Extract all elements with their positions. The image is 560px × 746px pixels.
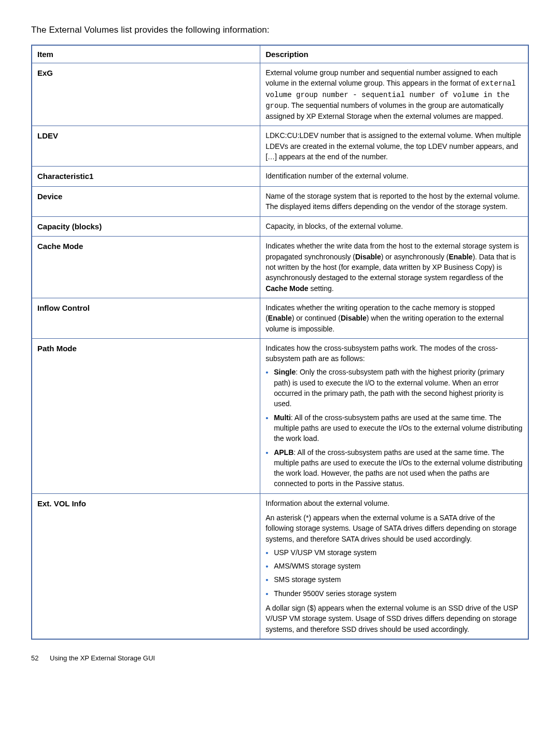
- table-row: LDEV LDKC:CU:LDEV number that is assigne…: [32, 126, 528, 167]
- path-mode-lead: Indicates how the cross-subsystem paths …: [265, 343, 523, 364]
- table-row: Inflow Control Indicates whether the wri…: [32, 298, 528, 338]
- list-item: Single: Only the cross-subsystem path wi…: [265, 367, 523, 409]
- item-device: Device: [32, 187, 260, 217]
- desc-ext-vol-info: Information about the external volume. A…: [260, 493, 528, 639]
- list-item: APLB: All of the cross-subsystem paths a…: [265, 447, 523, 489]
- page-footer: 52 Using the XP External Storage GUI: [31, 654, 529, 662]
- bold: Disable: [341, 314, 367, 322]
- bold: Disable: [355, 253, 381, 261]
- item-exg: ExG: [32, 63, 260, 126]
- table-header-row: Item Description: [32, 45, 528, 63]
- desc-exg: External volume group number and sequent…: [260, 63, 528, 126]
- text: : Only the cross-subsystem path with the…: [274, 368, 504, 408]
- bold: Single: [274, 368, 296, 376]
- intro-text: The External Volumes list provides the f…: [31, 25, 529, 35]
- item-characteristic1: Characteristic1: [32, 167, 260, 187]
- table-row: Cache Mode Indicates whether the write d…: [32, 237, 528, 298]
- ext-p1: Information about the external volume.: [265, 498, 523, 508]
- bold: APLB: [274, 448, 293, 457]
- list-item: AMS/WMS storage system: [265, 561, 523, 571]
- external-volumes-table: Item Description ExG External volume gro…: [31, 45, 529, 640]
- text: : All of the cross-subsystem paths are u…: [274, 448, 522, 488]
- desc-capacity: Capacity, in blocks, of the external vol…: [260, 216, 528, 237]
- item-capacity: Capacity (blocks): [32, 216, 260, 237]
- ext-list: USP V/USP VM storage system AMS/WMS stor…: [265, 547, 523, 599]
- desc-path-mode: Indicates how the cross-subsystem paths …: [260, 338, 528, 493]
- list-item: Multi: All of the cross-subsystem paths …: [265, 412, 523, 444]
- item-inflow-control: Inflow Control: [32, 298, 260, 338]
- desc-inflow-control: Indicates whether the writing operation …: [260, 298, 528, 338]
- page-number: 52: [31, 654, 38, 662]
- text: External volume group number and sequent…: [265, 68, 498, 87]
- ext-p2: An asterisk (*) appears when the externa…: [265, 513, 523, 544]
- list-item: SMS storage system: [265, 574, 523, 585]
- bold: Enable: [268, 314, 292, 322]
- desc-cache-mode: Indicates whether the write data from th…: [260, 237, 528, 298]
- ext-p3: A dollar sign ($) appears when the exter…: [265, 603, 523, 634]
- item-ldev: LDEV: [32, 126, 260, 167]
- header-description: Description: [260, 45, 528, 63]
- desc-ldev: LDKC:CU:LDEV number that is assigned to …: [260, 126, 528, 167]
- table-row: Ext. VOL Info Information about the exte…: [32, 493, 528, 639]
- path-mode-list: Single: Only the cross-subsystem path wi…: [265, 367, 523, 489]
- table-row: Characteristic1 Identification number of…: [32, 167, 528, 187]
- table-row: Capacity (blocks) Capacity, in blocks, o…: [32, 216, 528, 237]
- item-path-mode: Path Mode: [32, 338, 260, 493]
- text: ) or continued (: [292, 314, 341, 322]
- text: : All of the cross-subsystem paths are u…: [274, 413, 522, 443]
- section-title: Using the XP External Storage GUI: [50, 654, 155, 662]
- table-row: Path Mode Indicates how the cross-subsys…: [32, 338, 528, 493]
- list-item: Thunder 9500V series storage system: [265, 588, 523, 599]
- desc-characteristic1: Identification number of the external vo…: [260, 167, 528, 187]
- bold: Cache Mode: [265, 284, 308, 293]
- desc-device: Name of the storage system that is repor…: [260, 187, 528, 217]
- list-item: USP V/USP VM storage system: [265, 547, 523, 558]
- bold: Multi: [274, 413, 291, 422]
- item-cache-mode: Cache Mode: [32, 237, 260, 298]
- text: . The sequential numbers of volumes in t…: [265, 101, 503, 120]
- table-row: Device Name of the storage system that i…: [32, 187, 528, 217]
- bold: Enable: [449, 253, 472, 261]
- item-ext-vol-info: Ext. VOL Info: [32, 493, 260, 639]
- text: setting.: [309, 284, 334, 293]
- text: ) or asynchronously (: [381, 253, 449, 261]
- table-row: ExG External volume group number and seq…: [32, 63, 528, 126]
- header-item: Item: [32, 45, 260, 63]
